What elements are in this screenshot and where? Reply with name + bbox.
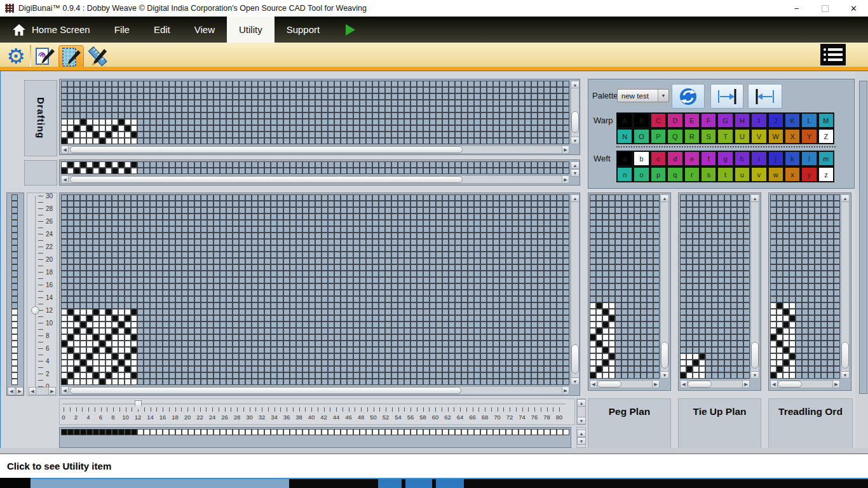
grid-cell[interactable]	[648, 354, 653, 359]
grid-cell[interactable]	[233, 201, 238, 207]
grid-cell[interactable]	[777, 265, 782, 270]
grid-cell[interactable]	[693, 329, 698, 334]
grid-cell[interactable]	[398, 373, 403, 378]
grid-cell[interactable]	[360, 240, 365, 245]
grid-cell[interactable]	[322, 322, 327, 327]
grid-cell[interactable]	[227, 316, 232, 321]
grid-cell[interactable]	[424, 329, 429, 334]
grid-cell[interactable]	[151, 354, 156, 359]
grid-cell[interactable]	[208, 113, 213, 118]
grid-cell[interactable]	[790, 208, 795, 213]
grid-cell[interactable]	[481, 168, 486, 173]
grid-cell[interactable]	[329, 316, 334, 321]
grid-cell[interactable]	[252, 278, 257, 283]
grid-cell[interactable]	[500, 246, 505, 251]
grid-cell[interactable]	[316, 373, 321, 378]
grid-cell[interactable]	[712, 360, 717, 365]
grid-cell[interactable]	[170, 360, 175, 365]
grid-cell[interactable]	[616, 329, 621, 334]
grid-cell[interactable]	[538, 360, 543, 365]
grid-cell[interactable]	[163, 379, 168, 384]
grid-cell[interactable]	[738, 341, 743, 346]
grid-cell[interactable]	[557, 297, 562, 302]
grid-cell[interactable]	[456, 162, 461, 167]
grid-cell[interactable]	[712, 246, 717, 251]
grid-cell[interactable]	[513, 252, 518, 257]
grid-cell[interactable]	[354, 430, 359, 435]
grid-cell[interactable]	[616, 252, 621, 257]
grid-cell[interactable]	[170, 227, 175, 232]
grid-cell[interactable]	[81, 335, 86, 340]
grid-cell[interactable]	[449, 139, 454, 144]
grid-cell[interactable]	[348, 430, 353, 435]
grid-cell[interactable]	[687, 309, 692, 315]
grid-cell[interactable]	[449, 246, 454, 251]
grid-cell[interactable]	[246, 240, 251, 245]
grid-cell[interactable]	[551, 233, 556, 238]
grid-cell[interactable]	[151, 201, 156, 207]
grid-cell[interactable]	[538, 278, 543, 283]
grid-cell[interactable]	[220, 227, 226, 232]
grid-cell[interactable]	[81, 278, 86, 283]
grid-cell[interactable]	[443, 297, 448, 302]
grid-cell[interactable]	[526, 341, 531, 346]
grid-cell[interactable]	[68, 290, 73, 295]
grid-cell[interactable]	[405, 81, 410, 86]
grid-cell[interactable]	[367, 220, 372, 226]
grid-cell[interactable]	[373, 373, 378, 378]
grid-cell[interactable]	[603, 322, 608, 327]
grid-cell[interactable]	[214, 81, 219, 86]
grid-cell[interactable]	[386, 220, 391, 226]
grid-cell[interactable]	[68, 329, 73, 334]
grid-cell[interactable]	[125, 290, 130, 295]
grid-cell[interactable]	[132, 348, 137, 353]
shift-right-button[interactable]	[710, 84, 743, 109]
grid-cell[interactable]	[449, 341, 454, 346]
grid-cell[interactable]	[828, 214, 833, 219]
grid-cell[interactable]	[468, 227, 473, 232]
grid-cell[interactable]	[303, 354, 308, 359]
grid-cell[interactable]	[771, 233, 776, 238]
grid-cell[interactable]	[151, 348, 156, 353]
grid-cell[interactable]	[681, 278, 686, 283]
warp-swatch-P[interactable]: P	[650, 128, 667, 144]
grid-cell[interactable]	[176, 220, 181, 226]
grid-cell[interactable]	[138, 233, 143, 238]
grid-cell[interactable]	[475, 322, 480, 327]
grid-cell[interactable]	[182, 246, 187, 251]
grid-cell[interactable]	[252, 271, 257, 276]
grid-cell[interactable]	[687, 246, 692, 251]
grid-cell[interactable]	[284, 265, 289, 270]
grid-cell[interactable]	[12, 233, 17, 238]
grid-cell[interactable]	[641, 316, 646, 321]
grid-cell[interactable]	[777, 252, 782, 257]
grid-cell[interactable]	[628, 316, 634, 321]
grid-cell[interactable]	[348, 208, 353, 213]
weft-swatch-e[interactable]: e	[684, 151, 700, 166]
grid-cell[interactable]	[303, 119, 308, 125]
grid-cell[interactable]	[74, 430, 79, 435]
grid-cell[interactable]	[176, 81, 181, 86]
grid-cell[interactable]	[462, 290, 467, 295]
grid-cell[interactable]	[201, 335, 207, 340]
grid-cell[interactable]	[532, 284, 537, 289]
grid-cell[interactable]	[449, 297, 454, 302]
grid-cell[interactable]	[189, 379, 194, 384]
grid-cell[interactable]	[189, 119, 194, 125]
grid-cell[interactable]	[828, 227, 833, 232]
grid-cell[interactable]	[500, 430, 505, 435]
grid-cell[interactable]	[506, 107, 512, 112]
grid-cell[interactable]	[329, 265, 334, 270]
grid-cell[interactable]	[635, 214, 640, 219]
grid-cell[interactable]	[386, 354, 391, 359]
grid-cell[interactable]	[494, 246, 499, 251]
grid-cell[interactable]	[590, 259, 595, 264]
grid-cell[interactable]	[834, 208, 839, 213]
grid-cell[interactable]	[93, 227, 98, 232]
grid-cell[interactable]	[538, 220, 543, 226]
grid-cell[interactable]	[100, 290, 105, 295]
grid-cell[interactable]	[609, 290, 614, 295]
grid-cell[interactable]	[648, 227, 653, 232]
taskbar-segment-3[interactable]	[378, 478, 402, 488]
grid-cell[interactable]	[538, 208, 543, 213]
